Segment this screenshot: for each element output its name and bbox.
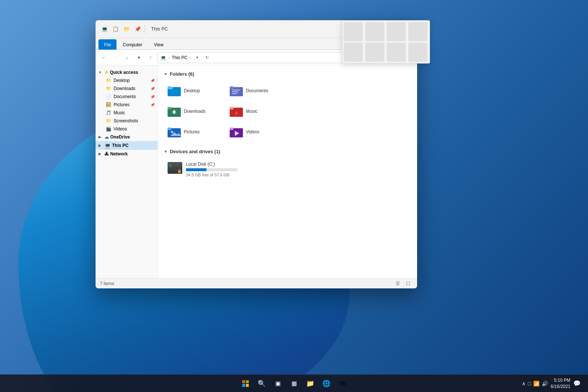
downloads-folder-name: Downloads <box>184 109 205 114</box>
this-pc-label: This PC <box>112 143 129 148</box>
widgets-button[interactable]: ▦ <box>287 376 301 391</box>
dropdown-button[interactable]: ▾ <box>134 53 144 63</box>
svg-rect-4 <box>230 86 233 89</box>
folder-music[interactable]: ♪ Music <box>226 102 287 121</box>
volume-icon[interactable]: 🔊 <box>542 381 548 386</box>
address-refresh-btn[interactable]: ↻ <box>202 53 211 62</box>
desktop-folder-visual <box>168 84 181 97</box>
edge-button[interactable]: 🌐 <box>319 376 334 391</box>
folders-grid: Desktop Documents <box>164 81 411 141</box>
up-button[interactable]: ↓ <box>122 53 132 63</box>
drives-section-header: ▼ Devices and drives (1) <box>164 149 411 154</box>
pictures-label: Pictures <box>114 102 129 107</box>
tab-view[interactable]: View <box>148 39 169 50</box>
start-button[interactable] <box>238 376 253 391</box>
drive-lock-icon: 🔒 <box>177 169 182 173</box>
onedrive-expand: ▶ <box>98 135 103 139</box>
tab-file[interactable]: File <box>98 39 116 50</box>
address-bar[interactable]: 💻 › This PC › ▾ ↻ <box>157 52 354 63</box>
videos-folder-icon: 🎬 <box>106 126 111 132</box>
list-view-btn[interactable]: ☰ <box>393 280 402 288</box>
file-content-area: ▼ Folders (6) Desktop <box>158 65 417 278</box>
store-button[interactable]: 🛍 <box>335 376 350 391</box>
folders-collapse-btn[interactable]: ▼ <box>164 72 168 76</box>
sidebar-item-desktop[interactable]: 📁 Desktop 📌 <box>101 76 158 84</box>
folder-desktop[interactable]: Desktop <box>164 81 225 100</box>
notification-icon[interactable]: 💬 <box>573 380 581 387</box>
svg-point-17 <box>171 131 173 133</box>
address-actions: ▾ ↻ <box>193 53 211 62</box>
address-chevron-1: › <box>168 55 169 60</box>
drive-c-size: 34.5 GB free of 57.6 GB <box>186 173 279 177</box>
downloads-pin: 📌 <box>150 87 155 91</box>
drive-c-info: Local Disk (C:) 34.5 GB free of 57.6 GB <box>186 162 279 177</box>
pictures-folder-name: Pictures <box>184 129 200 134</box>
address-dropdown-btn[interactable]: ▾ <box>193 53 202 62</box>
sidebar-item-screenshots[interactable]: 📁 Screenshots <box>101 117 158 125</box>
grid-view-btn[interactable]: ☐ <box>403 280 413 288</box>
svg-text:♪: ♪ <box>235 110 238 116</box>
svg-rect-13 <box>230 107 233 109</box>
parent-up-button[interactable]: ↑ <box>146 53 156 63</box>
drives-collapse-btn[interactable]: ▼ <box>164 150 168 154</box>
pictures-pin: 📌 <box>150 103 155 107</box>
view-option-6[interactable] <box>365 43 384 62</box>
this-pc-header[interactable]: ▶ 💻 This PC <box>96 141 158 150</box>
tablet-mode-icon[interactable]: □ <box>528 381 531 386</box>
onedrive-header[interactable]: ▶ ☁ OneDrive <box>96 133 158 141</box>
folder-downloads[interactable]: Downloads <box>164 102 225 121</box>
back-button[interactable]: ← <box>98 53 109 63</box>
drive-c[interactable]: 🔒 Local Disk (C:) 34.5 GB free of 57.6 G… <box>164 159 283 180</box>
music-label: Music <box>114 110 125 115</box>
pin-icon: 📌 <box>133 25 142 33</box>
folder-pictures[interactable]: Pictures <box>164 122 225 141</box>
title-bar-icons: 💻 📋 📁 📌 <box>100 25 142 33</box>
task-view-button[interactable]: ▣ <box>270 376 285 391</box>
view-options-row2 <box>344 43 428 62</box>
view-option-1[interactable] <box>344 22 363 41</box>
taskbar: 🔍 ▣ ▦ 📁 🌐 🛍 ∧ □ 📶 🔊 5:10 PM 6/16/2021 💬 <box>0 374 588 392</box>
quick-access-expand: ▼ <box>98 71 103 74</box>
address-chevron-2: › <box>190 55 191 60</box>
svg-rect-22 <box>242 380 245 383</box>
desktop-folder-icon: 📁 <box>106 78 111 83</box>
svg-rect-2 <box>168 86 171 89</box>
sidebar-item-videos[interactable]: 🎬 Videos <box>101 125 158 133</box>
view-option-8[interactable] <box>408 43 427 62</box>
pictures-folder-icon: 🖼️ <box>106 102 111 107</box>
main-content: ▼ ★ Quick access 📁 Desktop 📌 📁 Downloads… <box>96 65 417 278</box>
system-tray-icons: ∧ □ 📶 🔊 <box>522 381 548 386</box>
svg-rect-16 <box>168 127 171 130</box>
pictures-folder-visual <box>168 125 181 139</box>
system-clock[interactable]: 5:10 PM 6/16/2021 <box>551 377 570 390</box>
sidebar-item-pictures[interactable]: 🖼️ Pictures 📌 <box>101 101 158 109</box>
view-option-4[interactable] <box>408 22 427 41</box>
network-header[interactable]: ▶ 🖧 Network <box>96 150 158 158</box>
sidebar-item-documents[interactable]: 📄 Documents 📌 <box>101 93 158 101</box>
svg-rect-9 <box>168 107 171 109</box>
address-path: This PC <box>172 55 187 60</box>
sidebar-item-downloads[interactable]: 📁 Downloads 📌 <box>101 84 158 93</box>
view-option-7[interactable] <box>387 43 406 62</box>
drives-title: Devices and drives (1) <box>170 149 220 154</box>
music-folder-visual: ♪ <box>230 105 243 118</box>
svg-rect-23 <box>246 380 249 383</box>
forward-button[interactable]: → <box>110 53 121 63</box>
sidebar-item-music[interactable]: 🎵 Music <box>101 109 158 117</box>
view-option-3[interactable] <box>387 22 406 41</box>
tab-computer[interactable]: Computer <box>117 39 148 50</box>
file-explorer-taskbar-button[interactable]: 📁 <box>303 376 318 391</box>
wifi-icon[interactable]: 📶 <box>533 381 539 386</box>
title-divider <box>145 25 145 33</box>
chevron-up-icon[interactable]: ∧ <box>522 381 526 386</box>
folder-documents[interactable]: Documents <box>226 81 287 100</box>
view-option-5[interactable] <box>344 43 363 62</box>
quick-access-header[interactable]: ▼ ★ Quick access <box>96 68 158 76</box>
quick-access-items: 📁 Desktop 📌 📁 Downloads 📌 📄 Documents 📌 … <box>101 76 158 133</box>
taskbar-right: ∧ □ 📶 🔊 5:10 PM 6/16/2021 💬 <box>522 377 584 390</box>
network-icon: 🖧 <box>104 151 109 157</box>
search-button[interactable]: 🔍 <box>254 376 269 391</box>
view-option-2[interactable] <box>365 22 384 41</box>
folder-videos[interactable]: Videos <box>226 122 287 141</box>
music-folder-name: Music <box>246 109 257 114</box>
